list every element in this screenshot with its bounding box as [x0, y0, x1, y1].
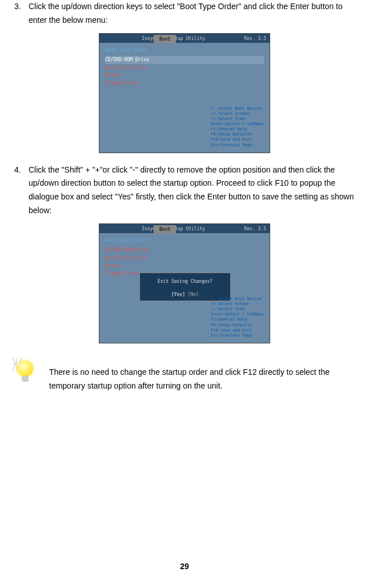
bios2-help1: +- Select Boot Device: [211, 297, 264, 302]
bios2-no: [No]: [188, 292, 199, 297]
step-3-number: 3.: [11, 0, 29, 27]
bios1-body: Boot Type Order CD/DVD-ROM Drive Hard Di…: [99, 43, 270, 91]
page-number: 29: [0, 560, 369, 574]
bios2-help7: F10:Save and Exit: [211, 328, 264, 333]
bios1-help5: F1:General Help: [211, 127, 264, 132]
bios2-topbar: InsydeH20 Setup Utility Rev. 3.5: [99, 224, 270, 233]
bios2-help6: F9:Setup Defaults: [211, 323, 264, 328]
bios2-title: Boot Type Order: [105, 237, 264, 245]
bios2-help5: F1:General Help: [211, 317, 264, 322]
step-4: 4. Click the "Shift" + "+"or click "-" d…: [11, 163, 358, 218]
bios2-help3: ↑↓:Select Item: [211, 307, 264, 312]
bios2-help: +- Select Boot Device ++ Select Screen ↑…: [211, 297, 264, 338]
bios2-help8: Esc:Previous Page: [211, 333, 264, 338]
bios2-item1: CD/DVD-ROM Drive: [105, 246, 264, 254]
bios1-help6: F9:Setup Defaults: [211, 132, 264, 137]
bios2-help4: Enter:Select > SubMenu: [211, 312, 264, 317]
bios1-help8: Esc:Previous Page: [211, 143, 264, 148]
bios1-topbar: InsydeH20 Setup Utility Rev. 3.5: [99, 34, 270, 43]
tip-section: ╲│╱─╱│╲ There is no need to change the s…: [11, 358, 358, 393]
bios1-title: Boot Type Order: [105, 46, 264, 54]
step-4-number: 4.: [11, 163, 29, 218]
bios2-dialog-text: Exit Saving Changes?: [140, 278, 230, 286]
bios1-item3: Others: [105, 71, 264, 79]
bios2-tab: Boot: [154, 225, 176, 234]
bulb-base: [22, 376, 29, 382]
bios1-help7: F10:Save and Exit: [211, 137, 264, 142]
bios2-item3: Others: [105, 262, 264, 270]
bios2-top-right: Rev. 3.5: [244, 225, 266, 232]
tip-text: There is no need to change the startup o…: [49, 358, 358, 393]
bios1-item2: Hard Disk Drive: [105, 64, 264, 72]
bios1-help1: +- Select Boot Device: [211, 106, 264, 111]
step-3-text: Click the up/down direction keys to sele…: [29, 0, 358, 27]
step-3: 3. Click the up/down direction keys to s…: [11, 0, 358, 27]
bios2-yes: [Yes]: [171, 292, 185, 297]
lightbulb-icon: ╲│╱─╱│╲: [11, 358, 39, 392]
bios1-top-right: Rev. 3.5: [244, 35, 266, 42]
bios-screenshot-1: InsydeH20 Setup Utility Rev. 3.5 Boot Bo…: [99, 33, 270, 153]
bios1-help2: ++ Select Screen: [211, 111, 264, 117]
bios2-item2: Hard Disk Drive: [105, 254, 264, 262]
bios-screenshot-2: InsydeH20 Setup Utility Rev. 3.5 Boot Bo…: [99, 223, 270, 343]
bios2-help2: ++ Select Screen: [211, 302, 264, 307]
bios1-help: +- Select Boot Device ++ Select Screen ↑…: [211, 106, 264, 148]
bios1-item1: CD/DVD-ROM Drive: [105, 56, 264, 64]
bios1-tab: Boot: [154, 35, 176, 44]
step-4-text: Click the "Shift" + "+"or click "-" dire…: [29, 163, 358, 218]
bulb-glow: [17, 361, 33, 377]
bios1-help3: ↑↓:Select Item: [211, 117, 264, 122]
bios1-help4: Enter:Select > SubMenu: [211, 122, 264, 127]
bios1-item4: Floppy Drive: [105, 79, 264, 87]
